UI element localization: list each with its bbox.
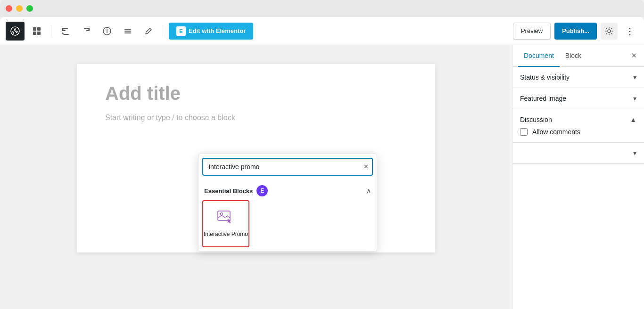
- discussion-collapse-button[interactable]: ▲: [630, 116, 636, 123]
- interactive-promo-label: Interactive Promo: [204, 231, 248, 238]
- pen-icon: [144, 26, 153, 36]
- clear-icon: ×: [364, 163, 368, 171]
- list-view-button[interactable]: [119, 23, 136, 40]
- list-view-icon: [123, 26, 132, 36]
- block-section-collapse-button[interactable]: ∧: [366, 187, 371, 195]
- svg-text:i: i: [106, 28, 107, 34]
- toolbar-divider-2: [163, 25, 163, 37]
- app-window: i E Edit with Elementor Preview: [0, 17, 644, 309]
- undo-icon: [61, 26, 70, 36]
- more-options-icon: ⋮: [625, 25, 635, 37]
- add-block-row: Start writing or type / to choose a bloc…: [105, 114, 407, 122]
- discussion-header: Discussion ▲: [520, 116, 636, 123]
- featured-image-expand-button[interactable]: ▾: [633, 95, 636, 102]
- wp-logo[interactable]: [6, 22, 25, 41]
- undo-button[interactable]: [57, 23, 74, 40]
- svg-point-12: [221, 212, 223, 215]
- tab-document[interactable]: Document: [518, 45, 560, 67]
- block-search-input-row: ×: [202, 158, 373, 176]
- more-options-button[interactable]: ⋮: [621, 23, 638, 40]
- post-title-input[interactable]: Add title: [105, 83, 407, 104]
- svg-point-10: [608, 30, 611, 33]
- edit-with-elementor-button[interactable]: E Edit with Elementor: [169, 23, 253, 40]
- preview-button[interactable]: Preview: [513, 23, 551, 40]
- discussion-section: Discussion ▲ Allow comments: [512, 109, 644, 143]
- interactive-promo-svg-icon: [217, 210, 234, 224]
- close-icon: ×: [631, 51, 636, 60]
- status-chevron-icon: ▾: [633, 73, 636, 81]
- allow-comments-row: Allow comments: [520, 128, 636, 136]
- status-visibility-section: Status & visibility ▾: [512, 67, 644, 88]
- status-visibility-label: Status & visibility: [520, 73, 570, 81]
- discussion-chevron-icon: ▲: [630, 116, 636, 123]
- add-block-placeholder[interactable]: Start writing or type / to choose a bloc…: [105, 114, 235, 122]
- mac-close-button[interactable]: [6, 5, 12, 12]
- allow-comments-label: Allow comments: [532, 128, 580, 136]
- featured-image-section: Featured image ▾: [512, 88, 644, 109]
- gear-icon: [605, 27, 613, 35]
- content-area: Add title Start writing or type / to cho…: [0, 45, 644, 309]
- wp-logo-icon: [10, 26, 20, 36]
- redo-icon: [82, 26, 91, 36]
- svg-rect-4: [37, 32, 41, 35]
- sidebar-right: Document Block × Status & visibility ▾ F…: [512, 45, 644, 309]
- svg-rect-2: [37, 27, 41, 31]
- block-search-input[interactable]: [203, 159, 360, 174]
- svg-rect-11: [218, 211, 230, 220]
- extra-chevron-icon: ▾: [633, 149, 636, 157]
- plus-icon: [32, 26, 41, 36]
- toolbar-divider-1: [51, 25, 51, 37]
- block-section-header: Essential Blocks E ∧: [202, 183, 373, 200]
- mac-minimize-button[interactable]: [16, 5, 23, 12]
- tab-block[interactable]: Block: [560, 45, 587, 67]
- featured-image-label: Featured image: [520, 95, 566, 102]
- editor-canvas: Add title Start writing or type / to cho…: [77, 64, 435, 252]
- add-block-button[interactable]: [28, 23, 45, 40]
- interactive-promo-block-item[interactable]: Interactive Promo: [202, 200, 249, 247]
- sidebar-tabs: Document Block ×: [512, 45, 644, 67]
- eb-badge-label: E: [260, 187, 264, 194]
- info-icon: i: [102, 26, 112, 36]
- block-section-essential-blocks: Essential Blocks E ∧: [198, 179, 377, 251]
- sidebar-close-button[interactable]: ×: [629, 49, 638, 63]
- mac-titlebar: [0, 0, 644, 17]
- eb-badge: E: [256, 185, 268, 196]
- extra-section-expand-button[interactable]: ▾: [633, 149, 636, 157]
- svg-rect-8: [124, 31, 131, 32]
- info-button[interactable]: i: [99, 23, 116, 40]
- essential-blocks-label: Essential Blocks: [204, 187, 253, 195]
- featured-image-chevron-icon: ▾: [633, 95, 636, 102]
- publish-button[interactable]: Publish...: [554, 23, 597, 40]
- svg-rect-7: [124, 29, 131, 30]
- block-items-grid: Interactive Promo: [202, 200, 373, 247]
- chevron-up-icon: ∧: [366, 187, 371, 195]
- allow-comments-checkbox[interactable]: [520, 128, 528, 136]
- interactive-promo-icon: [217, 210, 234, 227]
- mac-maximize-button[interactable]: [26, 5, 33, 12]
- block-section-title: Essential Blocks E: [204, 185, 268, 196]
- extra-section: ▾: [512, 143, 644, 164]
- toolbar-right: Preview Publish... ⋮: [513, 23, 638, 40]
- edit-mode-button[interactable]: [140, 23, 157, 40]
- svg-rect-3: [33, 32, 36, 35]
- redo-button[interactable]: [78, 23, 95, 40]
- editor-main[interactable]: Add title Start writing or type / to cho…: [0, 45, 512, 309]
- elementor-icon: E: [176, 26, 186, 36]
- status-visibility-expand-button[interactable]: ▾: [633, 73, 636, 81]
- settings-button[interactable]: [601, 23, 618, 40]
- block-search-popup: × Essential Blocks E: [198, 154, 377, 252]
- block-search-clear-button[interactable]: ×: [360, 159, 372, 175]
- toolbar: i E Edit with Elementor Preview: [0, 17, 644, 45]
- svg-rect-9: [124, 33, 131, 33]
- discussion-label: Discussion: [520, 116, 552, 123]
- svg-rect-1: [33, 27, 36, 31]
- edit-elementor-label: Edit with Elementor: [189, 27, 246, 34]
